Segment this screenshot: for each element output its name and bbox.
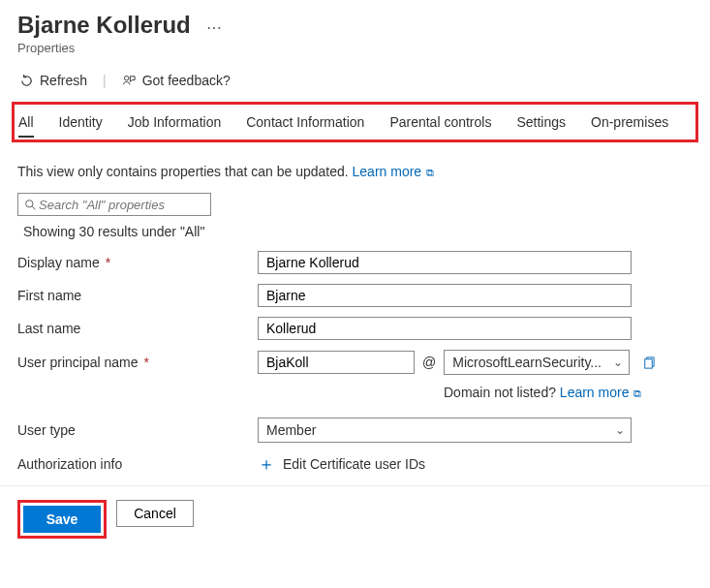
search-field[interactable] xyxy=(17,193,211,216)
refresh-button[interactable]: Refresh xyxy=(17,69,89,92)
feedback-button[interactable]: Got feedback? xyxy=(120,69,232,92)
feedback-icon xyxy=(122,74,137,88)
domain-hint-text: Domain not listed? xyxy=(444,385,556,400)
upn-at-symbol: @ xyxy=(420,355,438,370)
search-icon xyxy=(24,199,37,211)
domain-hint-link[interactable]: Learn more ⧉ xyxy=(560,385,642,400)
input-last-name[interactable] xyxy=(258,317,632,340)
copy-upn-button[interactable] xyxy=(637,354,660,372)
svg-line-2 xyxy=(32,206,35,209)
select-upn-domain[interactable]: MicrosoftLearnSecurity... ⌄ xyxy=(444,350,630,375)
toolbar-separator: | xyxy=(103,73,107,88)
label-upn: User principal name * xyxy=(17,355,258,370)
edit-certificate-ids-label: Edit Certificate user IDs xyxy=(283,456,425,472)
plus-icon: ＋ xyxy=(258,452,275,476)
tabs-highlight: All Identity Job Information Contact Inf… xyxy=(12,102,698,142)
label-user-type: User type xyxy=(17,422,258,438)
cancel-button[interactable]: Cancel xyxy=(116,500,194,527)
tab-settings[interactable]: Settings xyxy=(516,108,566,138)
tab-parental-controls[interactable]: Parental controls xyxy=(389,108,491,138)
label-last-name: Last name xyxy=(17,321,258,336)
svg-point-1 xyxy=(26,200,33,206)
label-display-name: Display name * xyxy=(17,255,258,270)
notice-text: This view only contains properties that … xyxy=(17,164,693,179)
domain-hint-link-label: Learn more xyxy=(560,385,630,400)
external-link-icon: ⧉ xyxy=(423,167,434,178)
save-button[interactable]: Save xyxy=(23,506,101,533)
refresh-icon xyxy=(19,74,34,88)
svg-point-0 xyxy=(124,76,129,80)
chevron-down-icon: ⌄ xyxy=(613,356,623,369)
feedback-label: Got feedback? xyxy=(142,73,231,88)
chevron-down-icon: ⌄ xyxy=(615,423,625,437)
select-user-type[interactable]: Member ⌄ xyxy=(258,418,632,443)
domain-hint: Domain not listed? Learn more ⧉ xyxy=(444,385,693,400)
page-subtitle: Properties xyxy=(17,41,693,55)
edit-certificate-ids-button[interactable]: ＋ Edit Certificate user IDs xyxy=(258,452,425,476)
input-first-name[interactable] xyxy=(258,284,632,307)
input-display-name[interactable] xyxy=(258,251,632,274)
tab-identity[interactable]: Identity xyxy=(59,108,103,138)
tab-on-premises[interactable]: On-premises xyxy=(591,108,668,138)
tab-job-information[interactable]: Job Information xyxy=(128,108,222,138)
refresh-label: Refresh xyxy=(40,73,87,88)
required-indicator: * xyxy=(140,355,149,370)
label-display-name-text: Display name xyxy=(17,255,100,270)
page-title: Bjarne Kollerud xyxy=(17,12,191,39)
upn-domain-value: MicrosoftLearnSecurity... xyxy=(452,355,602,370)
input-upn-local[interactable] xyxy=(258,351,415,374)
search-input[interactable] xyxy=(37,197,204,213)
external-link-icon: ⧉ xyxy=(631,387,641,399)
required-indicator: * xyxy=(102,255,110,270)
label-first-name: First name xyxy=(17,288,258,303)
notice-link-label: Learn more xyxy=(353,164,422,179)
result-count: Showing 30 results under "All" xyxy=(23,224,693,239)
tab-contact-information[interactable]: Contact Information xyxy=(246,108,364,138)
user-type-value: Member xyxy=(266,422,316,438)
tab-all[interactable]: All xyxy=(18,108,34,138)
label-upn-text: User principal name xyxy=(17,355,139,370)
tabs: All Identity Job Information Contact Inf… xyxy=(18,108,692,138)
svg-rect-3 xyxy=(645,358,653,367)
notice-message: This view only contains properties that … xyxy=(17,164,349,179)
more-actions-button[interactable]: ⋯ xyxy=(202,18,226,38)
notice-learn-more-link[interactable]: Learn more ⧉ xyxy=(353,164,435,179)
label-authorization-info: Authorization info xyxy=(17,456,258,472)
save-highlight: Save xyxy=(17,500,107,539)
